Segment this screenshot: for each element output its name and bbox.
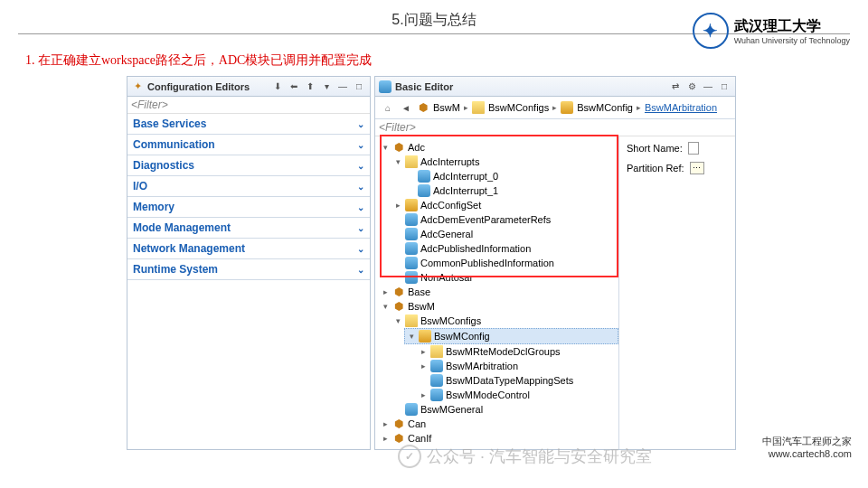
twisty-icon[interactable]: ▸ <box>393 201 402 210</box>
tree-node-label: BswMGeneral <box>420 404 483 415</box>
link-horizontal-icon[interactable]: ⇄ <box>668 80 683 94</box>
chevron-down-icon: ⌄ <box>357 119 364 129</box>
category-item[interactable]: Runtime System⌄ <box>127 259 370 280</box>
category-item[interactable]: Communication⌄ <box>127 135 370 155</box>
settings-icon[interactable]: ⚙ <box>684 80 699 94</box>
tree-node[interactable]: ▾⬢BswM <box>379 299 618 314</box>
tree-node-label: Can <box>408 418 426 429</box>
tree-node[interactable]: BswMGeneral <box>392 402 618 417</box>
breadcrumb-item[interactable]: BswMConfig <box>577 102 633 113</box>
breadcrumb-item[interactable]: BswM <box>433 102 460 113</box>
category-item[interactable]: Memory⌄ <box>127 197 370 218</box>
chevron-down-icon: ⌄ <box>357 223 364 233</box>
twisty-icon[interactable]: ▾ <box>381 302 390 311</box>
filter-input[interactable]: <Filter> <box>375 119 735 136</box>
module-icon: ⬢ <box>392 286 405 298</box>
up-arrow-icon[interactable]: ⬆ <box>303 80 317 94</box>
category-item[interactable]: Network Management⌄ <box>127 239 370 259</box>
chevron-right-icon: ▸ <box>464 103 468 112</box>
chevron-down-icon: ⌄ <box>357 244 364 254</box>
cube-icon <box>561 101 573 114</box>
category-item[interactable]: Mode Management⌄ <box>127 218 370 239</box>
twisty-icon[interactable]: ▸ <box>419 361 428 371</box>
twisty-icon[interactable]: ▸ <box>381 434 390 443</box>
tree-node[interactable]: ▸⬢Can <box>379 417 618 431</box>
left-arrow-icon[interactable]: ⬅ <box>287 80 301 94</box>
module-icon: ⬢ <box>392 418 405 430</box>
category-item[interactable]: I/O⌄ <box>127 176 370 197</box>
tree-node-label: AdcInterrupt_0 <box>433 171 498 182</box>
tree-node[interactable]: AdcDemEventParameterRefs <box>392 212 618 227</box>
twisty-icon[interactable]: ▾ <box>393 316 402 325</box>
tree-node-label: BswMConfig <box>434 331 490 342</box>
tree-node-label: AdcInterrupts <box>420 156 479 167</box>
breadcrumb-item-active[interactable]: BswMArbitration <box>645 102 717 113</box>
tree-node[interactable]: CommonPublishedInformation <box>392 256 618 270</box>
tree-node-label: AdcGeneral <box>420 229 473 239</box>
tree-node[interactable]: ▸⬢CanIf <box>379 431 618 446</box>
module-icon: ⬢ <box>392 432 405 445</box>
tree-node[interactable]: BswMDataTypeMappingSets <box>417 373 618 388</box>
folder-icon <box>405 155 418 168</box>
filter-input[interactable]: <Filter> <box>127 97 370 114</box>
twisty-icon[interactable]: ▸ <box>419 347 428 356</box>
navigation-tree[interactable]: ▾⬢Adc▾AdcInterruptsAdcInterrupt_0AdcInte… <box>375 136 619 449</box>
twisty-icon[interactable]: ▸ <box>419 390 428 399</box>
minimize-icon[interactable]: — <box>701 80 715 94</box>
panel-title: Basic Editor <box>395 81 453 92</box>
tree-node[interactable]: ▾AdcInterrupts <box>392 155 618 169</box>
menu-icon[interactable]: ▾ <box>319 80 334 94</box>
tree-node[interactable]: ▾⬢Adc <box>379 140 618 155</box>
partition-ref-button[interactable]: ⋯ <box>690 162 704 174</box>
annotation-text: 1. 在正确建立workspace路径之后，ADC模块已调用并配置完成 <box>25 52 868 69</box>
short-name-field[interactable] <box>688 142 699 155</box>
watermark-gzh: ✓ 公众号 · 汽车智能与安全研究室 <box>398 445 652 468</box>
wechat-icon: ✓ <box>398 445 421 468</box>
down-arrow-icon[interactable]: ⬇ <box>270 80 285 94</box>
container-icon <box>430 360 443 372</box>
tree-node-label: AdcInterrupt_1 <box>433 185 498 196</box>
panel-header: ✦ Configuration Editors ⬇ ⬅ ⬆ ▾ — □ <box>127 77 370 97</box>
container-icon <box>418 170 430 183</box>
tree-node-label: BswMDataTypeMappingSets <box>446 375 573 386</box>
tree-node-label: CanIf <box>408 433 431 444</box>
twisty-icon[interactable]: ▾ <box>393 157 402 166</box>
container-icon <box>405 271 418 284</box>
tree-node[interactable]: ▾BswMConfig <box>404 328 618 344</box>
short-name-label: Short Name: <box>627 143 683 154</box>
twisty-icon[interactable]: ▾ <box>381 143 390 152</box>
category-item[interactable]: Base Services⌄ <box>127 114 370 135</box>
tree-node[interactable]: ▸AdcConfigSet <box>392 198 618 212</box>
uni-name-cn: 武汉理工大学 <box>734 17 850 36</box>
twisty-icon[interactable]: ▸ <box>381 287 390 296</box>
maximize-icon[interactable]: □ <box>352 80 366 94</box>
tree-node-label: AdcDemEventParameterRefs <box>420 214 551 225</box>
maximize-icon[interactable]: □ <box>717 80 731 94</box>
home-icon[interactable]: ⌂ <box>381 100 395 115</box>
tree-node[interactable]: AdcGeneral <box>392 227 618 241</box>
tree-node[interactable]: ▸BswMArbitration <box>417 359 618 373</box>
chevron-down-icon: ⌄ <box>357 202 364 212</box>
tree-node[interactable]: ▾BswMConfigs <box>392 314 618 328</box>
back-icon[interactable]: ◄ <box>399 100 413 115</box>
cube-icon <box>419 330 431 343</box>
tree-node[interactable]: ▸BswMRteModeDclGroups <box>417 344 618 359</box>
minimize-icon[interactable]: — <box>335 80 350 94</box>
panel-header: Basic Editor ⇄ ⚙ — □ <box>375 77 735 97</box>
tree-node-label: CommonPublishedInformation <box>420 258 554 268</box>
breadcrumb-item[interactable]: BswMConfigs <box>488 102 549 113</box>
breadcrumb: ⌂ ◄ ⬢ BswM ▸ BswMConfigs ▸ BswMConfig ▸ … <box>375 97 735 119</box>
tree-node[interactable]: ▸⬢Base <box>379 285 618 299</box>
twisty-icon[interactable]: ▾ <box>407 332 416 341</box>
wrench-icon: ✦ <box>131 80 144 93</box>
tree-node[interactable]: NonAutosar <box>392 270 618 285</box>
tree-node[interactable]: AdcInterrupt_1 <box>404 183 618 198</box>
container-icon <box>405 242 418 255</box>
tree-node[interactable]: AdcInterrupt_0 <box>404 169 618 183</box>
category-item[interactable]: Diagnostics⌄ <box>127 155 370 176</box>
container-icon <box>405 257 418 269</box>
tree-node[interactable]: ▸BswMModeControl <box>417 388 618 402</box>
twisty-icon[interactable]: ▸ <box>381 419 390 428</box>
tree-node[interactable]: AdcPublishedInformation <box>392 241 618 256</box>
basic-editor-panel: Basic Editor ⇄ ⚙ — □ ⌂ ◄ ⬢ BswM ▸ BswMCo… <box>374 76 736 450</box>
